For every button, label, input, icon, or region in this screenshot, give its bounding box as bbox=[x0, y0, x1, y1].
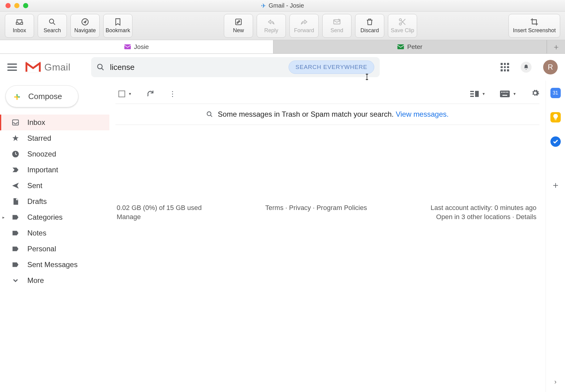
account-avatar[interactable]: R bbox=[543, 60, 558, 74]
window-controls bbox=[0, 3, 28, 8]
tasks-addon-button[interactable] bbox=[550, 136, 561, 147]
label-icon bbox=[12, 261, 19, 269]
sidebar-item-sent[interactable]: Sent bbox=[0, 178, 109, 194]
new-button[interactable]: New bbox=[224, 14, 253, 38]
expand-panel-button[interactable]: › bbox=[554, 378, 556, 386]
search-bar[interactable]: SEARCH EVERYWHERE bbox=[91, 57, 380, 77]
save-clip-label: Save Clip bbox=[391, 27, 414, 34]
reply-button[interactable]: Reply bbox=[257, 14, 286, 38]
save-clip-button[interactable]: Save Clip bbox=[388, 14, 417, 38]
account-tab-peter[interactable]: Peter bbox=[273, 40, 547, 53]
navigate-button[interactable]: Navigate bbox=[70, 14, 100, 38]
svg-rect-6 bbox=[124, 44, 131, 49]
discard-button[interactable]: Discard bbox=[355, 14, 384, 38]
locations-text[interactable]: Open in 3 other locations · Details bbox=[436, 213, 536, 221]
search-icon bbox=[97, 63, 104, 71]
split-pane-icon bbox=[470, 90, 479, 98]
keep-icon bbox=[553, 114, 558, 121]
svg-rect-21 bbox=[507, 92, 508, 93]
sidebar-item-label: Notes bbox=[27, 229, 46, 237]
label-icon bbox=[12, 245, 19, 253]
select-all-checkbox[interactable]: ▼ bbox=[118, 91, 132, 97]
new-label: New bbox=[233, 27, 244, 34]
svg-rect-12 bbox=[470, 91, 474, 92]
search-input[interactable] bbox=[110, 63, 283, 72]
sidebar-item-inbox[interactable]: Inbox bbox=[0, 115, 109, 130]
sidebar-item-label: Inbox bbox=[27, 118, 45, 127]
tasks-icon bbox=[553, 139, 559, 145]
compose-button[interactable]: ＋ Compose bbox=[5, 85, 78, 107]
sidebar-item-notes[interactable]: Notes bbox=[0, 225, 109, 241]
forward-label: Forward bbox=[294, 27, 314, 34]
calendar-icon: 31 bbox=[553, 90, 558, 96]
manage-storage-link[interactable]: Manage bbox=[117, 213, 202, 221]
mail-content: ▼ ⋮ ▼ ▼ bbox=[109, 81, 546, 392]
search-icon bbox=[206, 111, 213, 118]
notifications-button[interactable] bbox=[521, 62, 532, 73]
svg-point-9 bbox=[98, 64, 102, 69]
scissors-icon bbox=[398, 18, 407, 26]
sidebar-item-categories[interactable]: ▸Categories bbox=[0, 209, 109, 225]
view-messages-link[interactable]: View messages. bbox=[396, 110, 449, 118]
sidebar-item-label: Categories bbox=[27, 213, 63, 222]
gmail-wordmark: Gmail bbox=[44, 62, 70, 73]
search-hint-banner: Some messages in Trash or Spam match you… bbox=[115, 104, 539, 125]
send-button[interactable]: Send bbox=[322, 14, 351, 38]
calendar-addon-button[interactable]: 31 bbox=[550, 88, 561, 98]
sidebar-item-important[interactable]: Important bbox=[0, 162, 109, 178]
important-icon bbox=[12, 166, 19, 174]
account-tab-josie-label: Josie bbox=[134, 43, 149, 50]
sidebar-item-drafts[interactable]: Drafts bbox=[0, 194, 109, 209]
expand-icon bbox=[12, 277, 19, 284]
sidebar-item-more[interactable]: More bbox=[0, 273, 109, 288]
keep-addon-button[interactable] bbox=[550, 112, 561, 122]
search-button[interactable]: Search bbox=[38, 14, 67, 38]
more-actions-button[interactable]: ⋮ bbox=[169, 90, 176, 98]
close-window-button[interactable] bbox=[5, 3, 11, 8]
account-tab-peter-label: Peter bbox=[407, 43, 422, 50]
gmail-header: Gmail SEARCH EVERYWHERE R bbox=[0, 54, 565, 81]
gmail-icon bbox=[26, 61, 41, 73]
discard-label: Discard bbox=[360, 27, 379, 34]
sidebar-item-personal[interactable]: Personal bbox=[0, 241, 109, 257]
gmail-logo[interactable]: Gmail bbox=[26, 61, 70, 73]
forward-button[interactable]: Forward bbox=[289, 14, 319, 38]
envelope-icon bbox=[397, 44, 404, 49]
inbox-button[interactable]: Inbox bbox=[5, 14, 34, 38]
refresh-button[interactable] bbox=[146, 89, 154, 98]
sidebar-item-label: Sent bbox=[27, 181, 42, 190]
input-tools-button[interactable]: ▼ bbox=[500, 91, 516, 97]
account-tab-josie[interactable]: Josie bbox=[0, 40, 273, 53]
search-everywhere-button[interactable]: SEARCH EVERYWHERE bbox=[289, 60, 374, 74]
settings-button[interactable] bbox=[531, 89, 539, 99]
plus-icon: ＋ bbox=[12, 91, 22, 101]
inbox-icon bbox=[12, 119, 19, 126]
bookmark-button[interactable]: Bookmark bbox=[103, 14, 132, 38]
sidebar-item-snoozed[interactable]: Snoozed bbox=[0, 146, 109, 162]
main-menu-button[interactable] bbox=[7, 64, 17, 71]
bookmark-label: Bookmark bbox=[105, 27, 130, 34]
activity-text: Last account activity: 0 minutes ago bbox=[430, 204, 536, 212]
bell-icon bbox=[523, 64, 529, 70]
split-pane-button[interactable]: ▼ bbox=[470, 90, 485, 98]
minimize-window-button[interactable] bbox=[14, 3, 19, 8]
sidebar-item-label: Important bbox=[27, 166, 58, 174]
get-addons-button[interactable]: ＋ bbox=[551, 179, 560, 191]
insert-screenshot-button[interactable]: Insert Screenshot bbox=[508, 14, 560, 38]
sidebar-item-sent-messages[interactable]: Sent Messages bbox=[0, 257, 109, 273]
sidebar-item-label: Snoozed bbox=[27, 150, 56, 158]
storage-usage-text: 0.02 GB (0%) of 15 GB used bbox=[117, 204, 202, 212]
sidebar-item-starred[interactable]: Starred bbox=[0, 130, 109, 146]
add-account-button[interactable]: ＋ bbox=[547, 40, 565, 53]
footer-links[interactable]: Terms · Privacy · Program Policies bbox=[265, 204, 367, 212]
svg-rect-14 bbox=[470, 96, 474, 97]
envelope-icon bbox=[124, 44, 131, 49]
label-icon bbox=[12, 229, 19, 237]
mac-titlebar: ✈ Gmail - Josie bbox=[0, 0, 565, 12]
forward-icon bbox=[300, 18, 308, 26]
sidebar-item-label: Personal bbox=[27, 245, 56, 253]
google-apps-button[interactable] bbox=[501, 63, 509, 71]
clock-icon bbox=[12, 150, 19, 158]
zoom-window-button[interactable] bbox=[23, 3, 28, 8]
sidebar-item-label: Starred bbox=[27, 134, 51, 143]
